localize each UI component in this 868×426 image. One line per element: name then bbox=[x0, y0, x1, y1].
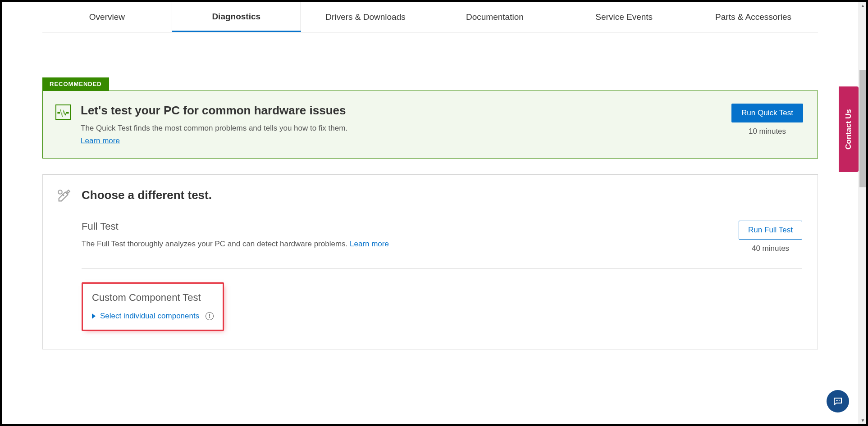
run-full-test-button[interactable]: Run Full Test bbox=[739, 221, 802, 240]
select-individual-components-link[interactable]: Select individual components ! bbox=[92, 312, 214, 321]
other-tests-title: Choose a different test. bbox=[82, 188, 212, 202]
divider bbox=[82, 268, 802, 269]
custom-test-highlight-box: Custom Component Test Select individual … bbox=[82, 282, 224, 331]
recommended-title: Let's test your PC for common hardware i… bbox=[81, 104, 722, 118]
info-icon[interactable]: ! bbox=[206, 312, 214, 320]
svg-point-0 bbox=[58, 190, 62, 194]
tab-bar: Overview Diagnostics Drivers & Downloads… bbox=[42, 2, 818, 32]
svg-point-2 bbox=[837, 400, 838, 401]
caret-right-icon bbox=[92, 313, 96, 319]
recommended-card: Let's test your PC for common hardware i… bbox=[42, 91, 818, 159]
heartbeat-icon bbox=[55, 104, 71, 120]
scroll-up-icon[interactable]: ▲ bbox=[859, 2, 867, 9]
tools-icon bbox=[56, 188, 72, 204]
scrollbar-thumb[interactable] bbox=[859, 70, 866, 187]
recommended-badge: RECOMMENDED bbox=[42, 77, 109, 91]
tab-diagnostics[interactable]: Diagnostics bbox=[172, 2, 301, 32]
chat-icon bbox=[832, 396, 843, 407]
tab-documentation[interactable]: Documentation bbox=[430, 2, 559, 32]
recommended-description: The Quick Test finds the most common pro… bbox=[81, 124, 722, 133]
recommended-learn-more-link[interactable]: Learn more bbox=[81, 136, 120, 145]
other-tests-card: Choose a different test. Full Test The F… bbox=[42, 174, 818, 349]
full-test-duration: 40 minutes bbox=[752, 244, 789, 253]
tab-drivers-downloads[interactable]: Drivers & Downloads bbox=[301, 2, 430, 32]
contact-us-tab[interactable]: Contact Us bbox=[839, 86, 859, 172]
select-individual-components-label: Select individual components bbox=[100, 312, 199, 321]
full-test-learn-more-link[interactable]: Learn more bbox=[350, 240, 389, 248]
run-quick-test-button[interactable]: Run Quick Test bbox=[731, 104, 803, 122]
tab-service-events[interactable]: Service Events bbox=[559, 2, 689, 32]
scrollbar[interactable]: ▲ ▼ bbox=[859, 2, 866, 424]
svg-point-1 bbox=[836, 400, 837, 401]
tab-overview[interactable]: Overview bbox=[42, 2, 172, 32]
svg-point-3 bbox=[839, 400, 840, 401]
full-test-title: Full Test bbox=[82, 221, 730, 232]
quick-test-duration: 10 minutes bbox=[749, 127, 786, 136]
tab-parts-accessories[interactable]: Parts & Accessories bbox=[689, 2, 818, 32]
full-test-description: The Full Test thoroughly analyzes your P… bbox=[82, 240, 730, 249]
custom-test-title: Custom Component Test bbox=[92, 292, 214, 304]
chat-button[interactable] bbox=[827, 390, 849, 412]
scroll-down-icon[interactable]: ▼ bbox=[859, 417, 867, 424]
